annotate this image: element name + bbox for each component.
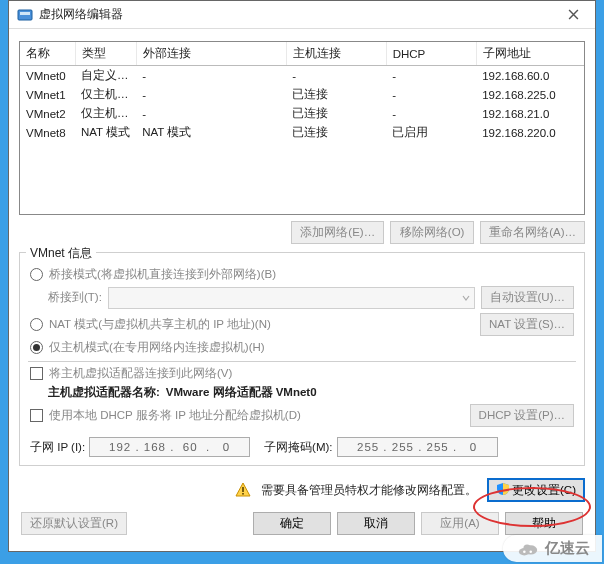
svg-rect-3 <box>242 493 244 495</box>
svg-point-7 <box>523 550 526 553</box>
ok-button[interactable]: 确定 <box>253 512 331 535</box>
watermark-text: 亿速云 <box>545 539 590 558</box>
auto-set-button: 自动设置(U)… <box>481 286 574 309</box>
cell-name: VMnet0 <box>20 66 75 86</box>
vmnet-info-group: VMnet 信息 桥接模式(将虚拟机直接连接到外部网络)(B) 桥接到(T): … <box>19 252 585 466</box>
titlebar: 虚拟网络编辑器 <box>9 1 595 29</box>
hostonly-label: 仅主机模式(在专用网络内连接虚拟机)(H) <box>49 340 265 355</box>
close-icon <box>568 9 579 20</box>
cell-subnet: 192.168.225.0 <box>476 85 584 104</box>
col-type[interactable]: 类型 <box>75 42 136 66</box>
subnet-mask-input <box>337 437 498 457</box>
cell-ext: NAT 模式 <box>136 123 286 142</box>
table-row[interactable]: VMnet1仅主机…-已连接-192.168.225.0 <box>20 85 584 104</box>
bridged-label: 桥接模式(将虚拟机直接连接到外部网络)(B) <box>49 267 276 282</box>
warning-icon <box>235 482 251 498</box>
cell-dhcp: - <box>386 85 476 104</box>
cell-ext: - <box>136 104 286 123</box>
change-settings-button[interactable]: 更改设置(C) <box>487 478 585 502</box>
close-button[interactable] <box>553 2 593 28</box>
restore-defaults-button: 还原默认设置(R) <box>21 512 127 535</box>
cell-dhcp: 已启用 <box>386 123 476 142</box>
adapter-name-value: VMware 网络适配器 VMnet0 <box>166 385 317 400</box>
cell-dhcp: - <box>386 104 476 123</box>
bridged-to-label: 桥接到(T): <box>48 290 102 305</box>
cancel-button[interactable]: 取消 <box>337 512 415 535</box>
watermark: 亿速云 <box>503 535 602 562</box>
bridged-radio <box>30 268 43 281</box>
help-button[interactable]: 帮助 <box>505 512 583 535</box>
cell-host: 已连接 <box>286 104 386 123</box>
col-host[interactable]: 主机连接 <box>286 42 386 66</box>
cell-dhcp: - <box>386 66 476 86</box>
svg-point-8 <box>529 550 532 553</box>
cell-host: 已连接 <box>286 123 386 142</box>
subnet-ip-input <box>89 437 250 457</box>
table-row[interactable]: VMnet0自定义…---192.168.60.0 <box>20 66 584 86</box>
nat-radio <box>30 318 43 331</box>
dhcp-assign-label: 使用本地 DHCP 服务将 IP 地址分配给虚拟机(D) <box>49 408 301 423</box>
nat-label: NAT 模式(与虚拟机共享主机的 IP 地址)(N) <box>49 317 271 332</box>
chevron-down-icon <box>462 292 470 304</box>
table-row[interactable]: VMnet8NAT 模式NAT 模式已连接已启用192.168.220.0 <box>20 123 584 142</box>
admin-notice: 需要具备管理员特权才能修改网络配置。 <box>261 483 477 498</box>
window-title: 虚拟网络编辑器 <box>39 6 123 23</box>
hostonly-radio <box>30 341 43 354</box>
subnet-ip-label: 子网 IP (I): <box>30 440 85 455</box>
connect-adapter-label: 将主机虚拟适配器连接到此网络(V) <box>49 366 232 381</box>
col-dhcp[interactable]: DHCP <box>386 42 476 66</box>
svg-rect-1 <box>20 12 30 15</box>
adapter-name-prefix: 主机虚拟适配器名称: <box>48 385 160 400</box>
cell-name: VMnet8 <box>20 123 75 142</box>
table-row[interactable]: VMnet2仅主机…-已连接-192.168.21.0 <box>20 104 584 123</box>
remove-network-button: 移除网络(O) <box>390 221 474 244</box>
rename-network-button: 重命名网络(A)… <box>480 221 585 244</box>
change-settings-label: 更改设置(C) <box>512 484 576 496</box>
network-table[interactable]: 名称 类型 外部连接 主机连接 DHCP 子网地址 VMnet0自定义…---1… <box>19 41 585 215</box>
cloud-icon <box>517 541 539 557</box>
connect-adapter-check <box>30 367 43 380</box>
shield-icon <box>496 482 510 496</box>
svg-rect-2 <box>242 487 244 492</box>
bridged-to-select <box>108 287 475 309</box>
nat-set-button: NAT 设置(S)… <box>480 313 574 336</box>
dhcp-assign-check <box>30 409 43 422</box>
col-subnet[interactable]: 子网地址 <box>476 42 584 66</box>
dhcp-set-button: DHCP 设置(P)… <box>470 404 574 427</box>
cell-type: NAT 模式 <box>75 123 136 142</box>
subnet-mask-label: 子网掩码(M): <box>264 440 332 455</box>
cell-type: 自定义… <box>75 66 136 86</box>
cell-ext: - <box>136 66 286 86</box>
col-name[interactable]: 名称 <box>20 42 75 66</box>
cell-host: 已连接 <box>286 85 386 104</box>
cell-subnet: 192.168.60.0 <box>476 66 584 86</box>
table-header: 名称 类型 外部连接 主机连接 DHCP 子网地址 <box>20 42 584 66</box>
col-ext[interactable]: 外部连接 <box>136 42 286 66</box>
cell-subnet: 192.168.21.0 <box>476 104 584 123</box>
add-network-button: 添加网络(E)… <box>291 221 384 244</box>
cell-type: 仅主机… <box>75 85 136 104</box>
group-legend: VMnet 信息 <box>26 245 96 262</box>
cell-host: - <box>286 66 386 86</box>
cell-name: VMnet2 <box>20 104 75 123</box>
cell-type: 仅主机… <box>75 104 136 123</box>
cell-ext: - <box>136 85 286 104</box>
app-icon <box>17 7 33 23</box>
cell-subnet: 192.168.220.0 <box>476 123 584 142</box>
cell-name: VMnet1 <box>20 85 75 104</box>
apply-button: 应用(A) <box>421 512 499 535</box>
